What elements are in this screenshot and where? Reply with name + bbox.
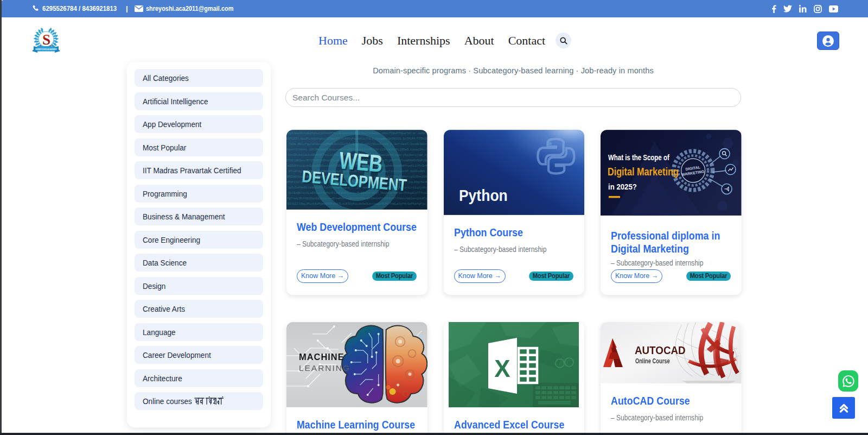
svg-text:Online Course: Online Course [635,357,670,365]
svg-text:E6YUZIlOaqJPLnbEdfghuOlOFmkGTL: E6YUZIlOaqJPLnbEdfghuOlOFmkGTLvLN9OjPsLn… [288,202,427,206]
svg-text:in 2025?: in 2025? [608,182,637,191]
svg-text:SHREYOSHI ACADEMY: SHREYOSHI ACADEMY [35,48,58,51]
svg-text:AUTOCAD: AUTOCAD [635,344,686,356]
svg-text:Digital Marketing: Digital Marketing [608,166,679,178]
svg-text:S: S [42,31,50,48]
svg-text:LEARNING: LEARNING [299,363,350,373]
svg-text:What is the Scope of: What is the Scope of [608,153,669,162]
svg-text:Python: Python [458,187,507,204]
svg-text:X: X [495,355,510,382]
svg-text:MACHINE: MACHINE [299,352,344,362]
